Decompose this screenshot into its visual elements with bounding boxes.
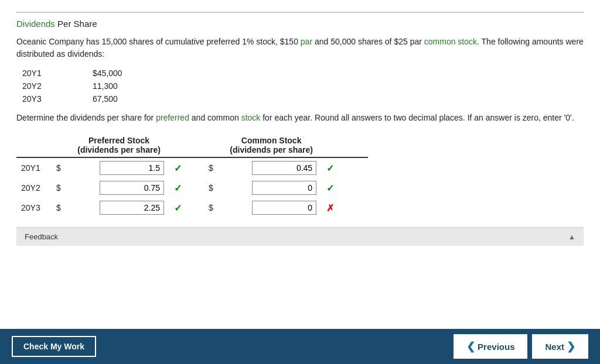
next-chevron-icon: ❯ (567, 340, 575, 353)
feedback-arrow-icon: ▲ (568, 233, 575, 241)
preferred-input-cell-1[interactable] (95, 178, 169, 198)
stock-highlight: stock (241, 113, 261, 122)
distribution-table: 20Y1 $45,000 20Y2 11,300 20Y3 67,500 (22, 68, 584, 104)
dist-year-1: 20Y1 (22, 68, 57, 78)
answer-table: Preferred Stock Common Stock (dividends … (16, 133, 368, 218)
wrong-icon: ✗ (326, 203, 334, 213)
preferred-check-0: ✓ (169, 157, 186, 178)
dist-amount-3: 67,500 (93, 94, 139, 104)
preferred-header-1: Preferred Stock (52, 133, 186, 145)
common-header-2: (dividends per share) (204, 145, 339, 157)
table-row: 20Y1 $ ✓ $ ✓ (16, 157, 368, 178)
preferred-dollar-1: $ (52, 178, 95, 198)
common-header-1: Common Stock (204, 133, 339, 145)
instruction-text: Determine the dividends per share for pr… (16, 112, 584, 124)
correct-icon: ✓ (326, 163, 334, 173)
previous-chevron-icon: ❮ (466, 340, 475, 353)
common-input-cell-0[interactable] (247, 157, 321, 178)
common-stock-highlight: common stock (424, 37, 477, 46)
common-input-cell-1[interactable] (247, 178, 321, 198)
feedback-label: Feedback (25, 232, 58, 241)
year-cell-2: 20Y3 (16, 198, 52, 218)
common-check-2: ✗ (321, 198, 339, 218)
bottom-bar: Check My Work ❮ Previous Next ❯ (0, 329, 600, 364)
preferred-dollar-0: $ (52, 157, 95, 178)
page-title: Dividends Per Share (16, 19, 584, 29)
common-dollar-2: $ (204, 198, 247, 218)
par-highlight: par (301, 37, 312, 46)
common-dollar-0: $ (204, 157, 247, 178)
preferred-check-1: ✓ (169, 178, 186, 198)
next-button[interactable]: Next ❯ (532, 334, 588, 359)
nav-buttons: ❮ Previous Next ❯ (454, 334, 588, 359)
table-row: 20Y2 $ ✓ $ ✓ (16, 178, 368, 198)
common-input-0[interactable] (252, 161, 316, 175)
preferred-input-cell-2[interactable] (95, 198, 169, 218)
feedback-bar[interactable]: Feedback ▲ (16, 227, 584, 246)
previous-button[interactable]: ❮ Previous (454, 334, 527, 359)
correct-icon: ✓ (174, 183, 182, 193)
main-content: Dividends Per Share Oceanic Company has … (0, 0, 600, 329)
preferred-input-2[interactable] (100, 201, 164, 215)
dist-row-3: 20Y3 67,500 (22, 94, 584, 104)
preferred-dollar-2: $ (52, 198, 95, 218)
table-row: 20Y3 $ ✓ $ ✗ (16, 198, 368, 218)
correct-icon: ✓ (326, 183, 334, 193)
common-input-2[interactable] (252, 201, 316, 215)
common-input-1[interactable] (252, 181, 316, 195)
preferred-input-0[interactable] (100, 161, 164, 175)
year-cell-1: 20Y2 (16, 178, 52, 198)
description-text: Oceanic Company has 15,000 shares of cum… (16, 36, 584, 60)
previous-label: Previous (478, 342, 514, 352)
title-rest: Per Share (55, 19, 97, 29)
correct-icon: ✓ (174, 203, 182, 213)
dist-row-1: 20Y1 $45,000 (22, 68, 584, 78)
dist-row-2: 20Y2 11,300 (22, 81, 584, 91)
common-input-cell-2[interactable] (247, 198, 321, 218)
dist-amount-2: 11,300 (93, 81, 139, 91)
dist-year-2: 20Y2 (22, 81, 57, 91)
common-dollar-1: $ (204, 178, 247, 198)
preferred-header-2: (dividends per share) (52, 145, 186, 157)
preferred-check-2: ✓ (169, 198, 186, 218)
correct-icon: ✓ (174, 163, 182, 173)
year-cell-0: 20Y1 (16, 157, 52, 178)
common-check-1: ✓ (321, 178, 339, 198)
dist-amount-1: $45,000 (93, 68, 139, 78)
dist-year-3: 20Y3 (22, 94, 57, 104)
check-my-work-button[interactable]: Check My Work (12, 336, 96, 357)
common-check-0: ✓ (321, 157, 339, 178)
next-label: Next (545, 342, 564, 352)
preferred-highlight: preferred (156, 113, 189, 122)
preferred-input-1[interactable] (100, 181, 164, 195)
top-divider (16, 12, 584, 13)
preferred-input-cell-0[interactable] (95, 157, 169, 178)
dividends-link[interactable]: Dividends (16, 19, 55, 29)
